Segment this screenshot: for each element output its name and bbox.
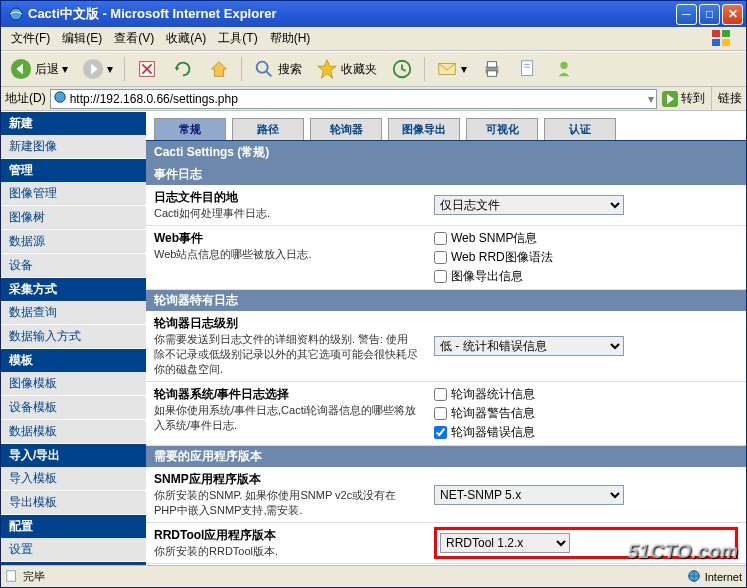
links-label[interactable]: 链接 [718,90,742,107]
chk-poller-stats[interactable] [434,388,447,401]
close-button[interactable]: ✕ [722,4,743,25]
sidebar-header: 管理 [1,159,146,182]
poller-syslog-title: 轮询器系统/事件日志选择 [154,387,289,401]
back-label: 后退 [35,61,59,78]
section-poller-log: 轮询器特有日志 [146,290,746,311]
menu-file[interactable]: 文件(F) [5,28,56,49]
search-button[interactable]: 搜索 [248,55,307,83]
snmp-version-select[interactable]: NET-SNMP 5.x [434,485,624,505]
poller-level-desc: 你需要发送到日志文件的详细资料的级别. 警告: 使用除不记录或低级别记录以外的其… [154,333,418,375]
sidebar-item[interactable]: 图像树 [1,206,146,230]
stop-icon [136,58,158,80]
settings-title: Cacti Settings (常规) [146,141,746,164]
tab[interactable]: 路径 [232,118,304,140]
sidebar-item[interactable]: 数据模板 [1,420,146,444]
menu-favorites[interactable]: 收藏(A) [160,28,212,49]
svg-point-18 [560,62,567,69]
menu-view[interactable]: 查看(V) [108,28,160,49]
mail-icon [436,58,458,80]
edit-icon [517,58,539,80]
search-label: 搜索 [278,61,302,78]
edit-button[interactable] [512,55,544,83]
sidebar-header: 模板 [1,349,146,372]
messenger-button[interactable] [548,55,580,83]
snmp-version-title: SNMP应用程序版本 [154,472,261,486]
dropdown-icon[interactable]: ▾ [648,92,654,106]
chk-web-snmp[interactable] [434,232,447,245]
chk-graph-export[interactable] [434,270,447,283]
sidebar-item[interactable]: 数据输入方式 [1,325,146,349]
favorites-button[interactable]: 收藏夹 [311,55,382,83]
svg-rect-13 [487,62,496,67]
sidebar-item[interactable]: 导入模板 [1,467,146,491]
log-dest-select[interactable]: 仅日志文件 [434,195,624,215]
svg-rect-21 [7,570,16,581]
section-event-log: 事件日志 [146,164,746,185]
ie-icon [8,6,24,22]
tab[interactable]: 认证 [544,118,616,140]
svg-point-19 [54,92,65,103]
chk-poller-error[interactable] [434,426,447,439]
forward-button[interactable]: ▾ [77,55,118,83]
tab[interactable]: 图像导出 [388,118,460,140]
back-icon [10,58,32,80]
dropdown-icon: ▾ [461,62,467,76]
chk-poller-warn[interactable] [434,407,447,420]
stop-button[interactable] [131,55,163,83]
rrdtool-version-desc: 你所安装的RRDTool版本. [154,545,278,557]
sidebar-item[interactable]: 导出模板 [1,491,146,515]
address-input-wrapper[interactable]: ▾ [50,89,657,109]
page-icon [53,90,67,107]
sidebar-item[interactable]: 设备 [1,254,146,278]
sidebar-item[interactable]: 新建图像 [1,135,146,159]
print-button[interactable] [476,55,508,83]
back-button[interactable]: 后退 ▾ [5,55,73,83]
poller-syslog-desc: 如果你使用系统/事件日志,Cacti轮询器信息的哪些将放入系统/事件日志. [154,404,416,431]
go-button[interactable]: 转到 [661,90,705,108]
sidebar-header: 导入/导出 [1,444,146,467]
sidebar-item[interactable]: 数据源 [1,230,146,254]
window-title: Cacti中文版 - Microsoft Internet Explorer [28,5,676,23]
mail-button[interactable]: ▾ [431,55,472,83]
section-app-versions: 需要的应用程序版本 [146,446,746,467]
rrdtool-version-title: RRDTool应用程序版本 [154,528,276,542]
tab[interactable]: 常规 [154,118,226,140]
sidebar-item[interactable]: 设备模板 [1,396,146,420]
menu-edit[interactable]: 编辑(E) [56,28,108,49]
rrdtool-version-select[interactable]: RRDTool 1.2.x [440,533,570,553]
sidebar-header: 采集方式 [1,278,146,301]
sidebar: 新建新建图像管理图像管理图像树数据源设备采集方式数据查询数据输入方式模板图像模板… [1,112,146,565]
snmp-version-desc: 你所安装的SNMP. 如果你使用SNMP v2c或没有在PHP中嵌入SNMP支持… [154,489,396,516]
svg-rect-14 [487,71,496,77]
menu-help[interactable]: 帮助(H) [264,28,317,49]
svg-line-9 [266,71,272,77]
web-events-title: Web事件 [154,231,203,245]
sidebar-item[interactable]: 图像管理 [1,182,146,206]
minimize-button[interactable]: ─ [676,4,697,25]
sidebar-item[interactable]: 图像模板 [1,372,146,396]
poller-level-select[interactable]: 低 - 统计和错误信息 [434,336,624,356]
history-button[interactable] [386,55,418,83]
history-icon [391,58,413,80]
address-input[interactable] [70,92,645,106]
rrdtool-highlight: RRDTool 1.2.x [434,527,738,559]
tab[interactable]: 可视化 [466,118,538,140]
windows-logo-icon [702,29,742,49]
svg-rect-4 [722,39,730,46]
menu-tools[interactable]: 工具(T) [212,28,263,49]
messenger-icon [553,58,575,80]
log-dest-desc: Cacti如何处理事件日志. [154,207,270,219]
sidebar-item[interactable]: 数据查询 [1,301,146,325]
maximize-button[interactable]: □ [699,4,720,25]
chk-web-rrd[interactable] [434,251,447,264]
forward-icon [82,58,104,80]
zone-text: Internet [705,571,742,583]
svg-rect-3 [712,39,720,46]
sidebar-item[interactable]: 设置 [1,538,146,562]
svg-point-0 [10,8,22,20]
home-button[interactable] [203,55,235,83]
tab[interactable]: 轮询器 [310,118,382,140]
refresh-button[interactable] [167,55,199,83]
print-icon [481,58,503,80]
sidebar-header: 新建 [1,112,146,135]
